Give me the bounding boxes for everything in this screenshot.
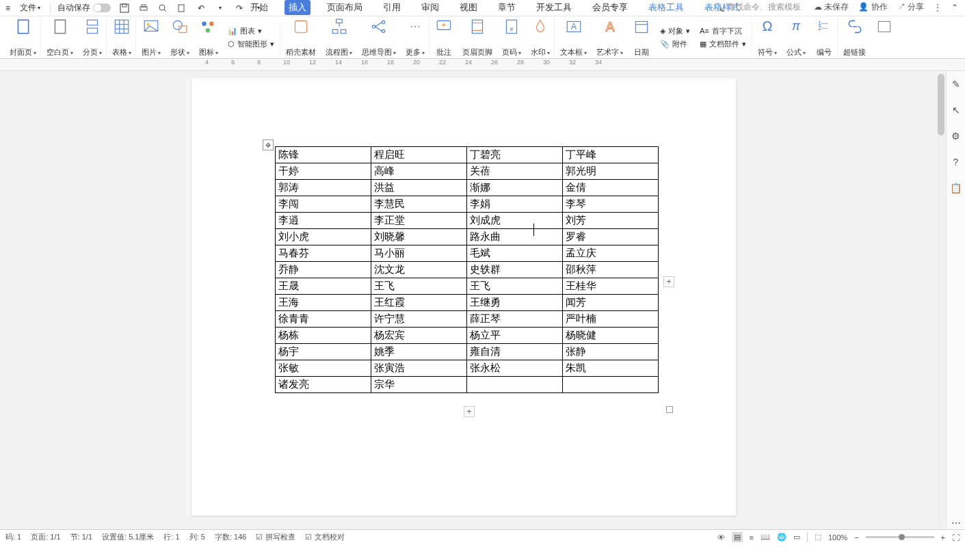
share-button[interactable]: ↗ 分享 [897, 1, 924, 13]
table-cell[interactable]: 王桂华 [563, 278, 659, 295]
web-view-icon[interactable]: 🌐 [777, 533, 786, 542]
table-cell[interactable]: 朱凯 [563, 360, 659, 377]
tab-review[interactable]: 审阅 [417, 0, 443, 15]
table-cell[interactable]: 李正堂 [371, 213, 467, 229]
horizontal-ruler[interactable]: 46810121416182022242628303234 [0, 59, 965, 71]
cover-page-button[interactable]: 封面页 [5, 18, 41, 57]
focus-view-icon[interactable]: ▭ [793, 533, 800, 542]
table-cell[interactable]: 乔静 [276, 262, 371, 278]
table-cell[interactable]: 李逍 [276, 213, 371, 229]
table-cell[interactable] [563, 377, 659, 393]
page-break-button[interactable]: 分页 [79, 18, 107, 57]
object-button[interactable]: ◈ 对象 ▾ [660, 26, 690, 36]
more-menu-icon[interactable]: ⋮ [934, 3, 942, 12]
symbol-button[interactable]: Ω符号 [754, 18, 781, 57]
table-move-handle[interactable]: ✥ [263, 139, 274, 150]
ribbon-collapse-icon[interactable]: ⌃ [951, 3, 958, 12]
table-cell[interactable]: 杨宏宾 [371, 328, 467, 344]
select-tool-icon[interactable]: ↖ [950, 104, 962, 116]
table-cell[interactable]: 杨晓健 [563, 328, 659, 344]
table-cell[interactable]: 许宁慧 [371, 311, 467, 328]
table-cell[interactable]: 史轶群 [467, 262, 563, 278]
table-cell[interactable]: 刘小虎 [276, 229, 371, 245]
table-cell[interactable]: 刘晓馨 [371, 229, 467, 245]
tab-ref[interactable]: 引用 [379, 0, 405, 15]
table-cell[interactable]: 诸发亮 [276, 377, 371, 393]
docer-button[interactable]: 稻壳素材 [282, 18, 320, 57]
headerfooter-button[interactable]: 页眉页脚 [458, 18, 497, 57]
bookmark-button[interactable] [871, 18, 897, 57]
textbox-button[interactable]: A文本框 [556, 18, 591, 57]
table-cell[interactable]: 路永曲 [467, 229, 563, 245]
vertical-ruler[interactable] [186, 78, 190, 516]
reading-view-icon[interactable]: 📖 [761, 533, 770, 542]
table-cell[interactable]: 姚季 [371, 344, 467, 360]
table-cell[interactable]: 孟立庆 [563, 245, 659, 262]
table-cell[interactable]: 张敏 [276, 360, 371, 377]
table-cell[interactable]: 杨立平 [467, 328, 563, 344]
table-button[interactable]: 表格 [108, 18, 136, 57]
table-cell[interactable]: 丁平峰 [563, 147, 659, 163]
command-search[interactable]: 🔍 查找命令、搜索模板 [714, 1, 801, 13]
table-cell[interactable]: 张静 [563, 344, 659, 360]
table-cell[interactable]: 刘成虎 [467, 213, 563, 229]
pagenum-button[interactable]: #页码 [498, 18, 525, 57]
table-cell[interactable]: 李娟 [467, 196, 563, 213]
tab-layout[interactable]: 页面布局 [323, 0, 367, 15]
equation-button[interactable]: π公式 [782, 18, 810, 57]
add-column-button[interactable]: + [663, 276, 674, 287]
zoom-slider[interactable] [866, 536, 934, 538]
table-cell[interactable]: 严叶楠 [563, 311, 659, 328]
table-cell[interactable]: 王晟 [276, 278, 371, 295]
status-wordcount[interactable]: 字数: 146 [215, 532, 246, 542]
table-cell[interactable]: 洪益 [371, 180, 467, 196]
table-cell[interactable]: 李琴 [563, 196, 659, 213]
mindmap-button[interactable]: 思维导图 [358, 18, 400, 57]
help-tool-icon[interactable]: ? [950, 156, 962, 168]
table-cell[interactable]: 王海 [276, 295, 371, 311]
tab-chapter[interactable]: 章节 [494, 0, 520, 15]
date-button[interactable]: 日期 [629, 18, 655, 57]
add-row-button[interactable]: + [464, 406, 475, 417]
shape-button[interactable]: 形状 [166, 18, 194, 57]
clipboard-tool-icon[interactable]: 📋 [950, 182, 962, 194]
table-cell[interactable]: 王飞 [371, 278, 467, 295]
settings-tool-icon[interactable]: ⚙ [950, 130, 962, 142]
table-cell[interactable]: 杨栋 [276, 328, 371, 344]
hyperlink-button[interactable]: 超链接 [839, 18, 870, 57]
dropcap-button[interactable]: A≡ 首字下沉 [700, 26, 746, 36]
chart-button[interactable]: 📊 图表 ▾ [228, 26, 274, 36]
table-cell[interactable] [467, 377, 563, 393]
docparts-button[interactable]: ▦ 文档部件 ▾ [700, 39, 746, 49]
status-position[interactable]: 设置值: 5.1厘米 [102, 532, 154, 542]
table-cell[interactable]: 李闯 [276, 196, 371, 213]
pencil-tool-icon[interactable]: ✎ [950, 78, 962, 90]
proofread-toggle[interactable]: ☑ 文档校对 [305, 532, 345, 542]
table-cell[interactable]: 渐娜 [467, 180, 563, 196]
table-cell[interactable]: 杨宇 [276, 344, 371, 360]
table-cell[interactable]: 金倩 [563, 180, 659, 196]
spellcheck-toggle[interactable]: ☑ 拼写检查 [256, 532, 295, 542]
table-cell[interactable]: 徐青青 [276, 311, 371, 328]
tab-member[interactable]: 会员专享 [588, 0, 632, 15]
fit-width-icon[interactable]: ⬚ [815, 533, 821, 542]
table-cell[interactable]: 张永松 [467, 360, 563, 377]
status-row[interactable]: 行: 1 [163, 532, 179, 542]
table-cell[interactable]: 沈文龙 [371, 262, 467, 278]
tab-devtools[interactable]: 开发工具 [532, 0, 576, 15]
blank-page-button[interactable]: 空白页 [42, 18, 77, 57]
table-cell[interactable]: 郭涛 [276, 180, 371, 196]
smartart-button[interactable]: ⬡ 智能图形 ▾ [228, 39, 274, 49]
more-tools-icon[interactable]: ⋯ [950, 517, 962, 529]
names-table[interactable]: 陈锋程启旺丁碧亮丁平峰干婷高峰关蓓郭光明郭涛洪益渐娜金倩李闯李慧民李娟李琴李逍李… [275, 146, 659, 393]
table-resize-handle[interactable] [666, 406, 673, 413]
table-cell[interactable]: 薛正琴 [467, 311, 563, 328]
status-page[interactable]: 页面: 1/1 [31, 532, 60, 542]
table-cell[interactable]: 干婷 [276, 163, 371, 180]
zoom-value[interactable]: 100% [828, 533, 847, 542]
table-cell[interactable]: 丁碧亮 [467, 147, 563, 163]
table-cell[interactable]: 刘芳 [563, 213, 659, 229]
table-cell[interactable]: 陈锋 [276, 147, 371, 163]
table-cell[interactable]: 毛斌 [467, 245, 563, 262]
table-cell[interactable]: 闻芳 [563, 295, 659, 311]
